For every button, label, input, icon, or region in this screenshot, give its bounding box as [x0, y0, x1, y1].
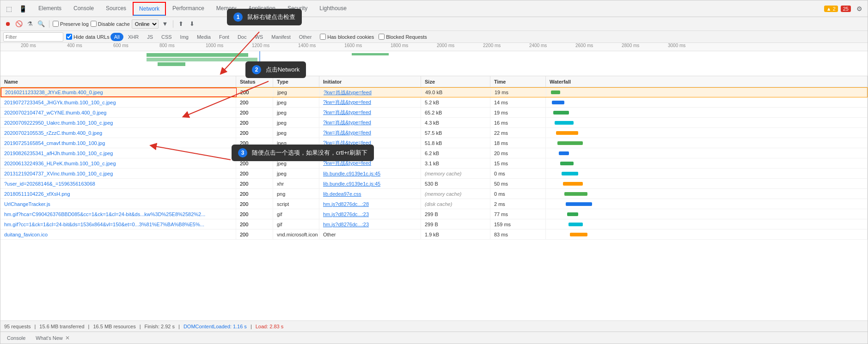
- table-row[interactable]: 20160211233238_JtYxE.thumb.400_0.jpeg 20…: [0, 87, 868, 97]
- table-row[interactable]: 20190727233454_JHGYk.thumb.100_100_c.jpe…: [0, 97, 868, 108]
- close-whats-new-btn[interactable]: ✕: [65, 335, 70, 341]
- filter-all[interactable]: All: [110, 33, 123, 41]
- preserve-log-checkbox[interactable]: [53, 21, 59, 27]
- cell-status: 200: [236, 229, 273, 239]
- table-row[interactable]: 20200702104747_wCYNE.thumb.400_0.jpeg 20…: [0, 108, 868, 118]
- table-row[interactable]: UrlChangeTracker.js 200 script hm.js?d82…: [0, 199, 868, 209]
- waterfall-bar: [568, 223, 583, 226]
- tab-sources[interactable]: Sources: [100, 2, 132, 15]
- import-har-btn[interactable]: ⬆: [177, 19, 186, 29]
- th-initiator[interactable]: Initiator: [319, 76, 421, 87]
- initiator-link[interactable]: ?kw=肖战&type=feed: [323, 119, 371, 126]
- th-name[interactable]: Name: [0, 76, 236, 87]
- initiator-link[interactable]: lib.bundle.c9139e1c.js:45: [323, 181, 380, 187]
- filter-js[interactable]: JS: [143, 33, 157, 41]
- tab-network[interactable]: Network: [133, 2, 166, 16]
- initiator-link[interactable]: ?kw=肖战&type=feed: [323, 99, 371, 106]
- filter-img[interactable]: Img: [177, 33, 192, 41]
- bottom-tab-whats-new[interactable]: What's New ✕: [31, 333, 74, 343]
- resources-size: 16.5 MB resources: [93, 324, 135, 329]
- disable-cache-label[interactable]: Disable cache: [91, 21, 130, 27]
- table-row[interactable]: 20131219204737_XVinc.thumb.100_100_c.jpe…: [0, 169, 868, 179]
- table-row[interactable]: ?user_id=20268146&_=1596356163068 200 xh…: [0, 179, 868, 189]
- table-row[interactable]: hm.gif?cc=1&ck=1&cl=24-bit&ds=1536x864&v…: [0, 219, 868, 229]
- table-row[interactable]: 20190725165854_cmavf.thumb.100_100.jpg 2…: [0, 138, 868, 148]
- tab-lighthouse[interactable]: Lighthouse: [314, 2, 352, 15]
- initiator-link[interactable]: ?kw=肖战&type=feed: [323, 109, 371, 116]
- bottom-tab-console[interactable]: Console: [2, 334, 30, 342]
- tick-1600ms: 1600 ms: [344, 43, 362, 48]
- filter-other[interactable]: Other: [295, 33, 316, 41]
- waterfall-bar: [570, 233, 587, 236]
- filter-font[interactable]: Font: [215, 33, 233, 41]
- table-row[interactable]: 20200702105535_rZzzC.thumb.400_0.jpeg 20…: [0, 128, 868, 138]
- search-btn[interactable]: 🔍: [37, 19, 46, 29]
- cell-initiator: lib.bundle.c9139e1c.js:45: [319, 169, 421, 178]
- record-btn[interactable]: ⏺: [3, 19, 12, 29]
- filter-bar: Hide data URLs All XHR JS CSS Img Media …: [0, 31, 868, 43]
- waterfall-bar: [553, 111, 569, 115]
- table-row[interactable]: hm.gif?hca=C990426376BBD085&cc=1&ck=1&cl…: [0, 209, 868, 219]
- initiator-link[interactable]: ?kw=肖战&type=feed: [324, 89, 372, 96]
- tab-console[interactable]: Console: [68, 2, 99, 15]
- filter-manifest[interactable]: Manifest: [268, 33, 294, 41]
- throttling-select[interactable]: Online: [132, 19, 159, 29]
- cell-size: 5.2 kB: [421, 97, 490, 107]
- cell-type: gif: [273, 219, 319, 229]
- blocked-requests-checkbox[interactable]: [379, 34, 385, 40]
- filter-css[interactable]: CSS: [158, 33, 176, 41]
- filter-doc[interactable]: Doc: [234, 33, 251, 41]
- preserve-log-label[interactable]: Preserve log: [53, 21, 89, 27]
- transferred-size: 15.6 MB transferred: [39, 324, 84, 329]
- table-row[interactable]: 20200613224936_HLPeK.thumb.100_100_c.jpe…: [0, 158, 868, 169]
- tab-elements[interactable]: Elements: [33, 2, 67, 15]
- initiator-link[interactable]: ?kw=肖战&type=feed: [323, 129, 371, 136]
- initiator-link[interactable]: hm.js?d8276dc...:28: [323, 201, 369, 207]
- initiator-link[interactable]: lib.dedea97e.css: [323, 191, 361, 197]
- initiator-link[interactable]: hm.js?d8276dc...:23: [323, 222, 369, 227]
- has-blocked-cookies-checkbox[interactable]: [320, 34, 326, 40]
- th-time[interactable]: Time: [490, 76, 546, 87]
- cell-size: (memory cache): [421, 169, 490, 178]
- filter-input[interactable]: [3, 32, 63, 42]
- cell-time: 0 ms: [490, 169, 546, 178]
- initiator-link[interactable]: lib.bundle.c9139e1c.js:45: [323, 171, 380, 176]
- has-blocked-cookies-label[interactable]: Has blocked cookies: [320, 34, 374, 40]
- dropdown-btn[interactable]: ▼: [160, 19, 170, 29]
- th-size[interactable]: Size: [421, 76, 490, 87]
- th-waterfall[interactable]: Waterfall: [546, 76, 868, 87]
- filter-media[interactable]: Media: [193, 33, 214, 41]
- tab-performance[interactable]: Performance: [167, 2, 210, 15]
- filter-btn[interactable]: ⚗: [25, 19, 35, 29]
- table-row[interactable]: 20190826235341_afHJh.thumb.100_100_c.jpe…: [0, 148, 868, 158]
- settings-btn[interactable]: ⚙: [854, 3, 865, 14]
- hide-data-urls-label[interactable]: Hide data URLs: [66, 34, 110, 40]
- cell-waterfall: [546, 199, 868, 209]
- filter-xhr[interactable]: XHR: [124, 33, 142, 41]
- cell-size: (disk cache): [421, 199, 490, 209]
- inspect-element-btn[interactable]: ⬚: [3, 3, 14, 14]
- cell-status: 200: [237, 88, 274, 97]
- initiator-link[interactable]: hm.js?d8276dc...:23: [323, 211, 369, 217]
- export-har-btn[interactable]: ⬇: [188, 19, 197, 29]
- hide-data-urls-checkbox[interactable]: [66, 34, 72, 40]
- table-row[interactable]: 20200709222950_Uakrc.thumb.100_100_c.jpe…: [0, 118, 868, 128]
- table-row[interactable]: 20180511104226_xfXsH.png 200 png lib.ded…: [0, 189, 868, 199]
- cell-initiator: ?kw=肖战&type=feed: [319, 97, 421, 107]
- cell-size: 530 B: [421, 179, 490, 188]
- clear-btn[interactable]: 🚫: [14, 19, 24, 29]
- cell-name: hm.gif?cc=1&ck=1&cl=24-bit&ds=1536x864&v…: [0, 219, 236, 229]
- cell-size: 299 B: [421, 209, 490, 219]
- cell-initiator: ?kw=肖战&type=feed: [320, 88, 422, 97]
- disable-cache-checkbox[interactable]: [91, 21, 97, 27]
- device-toggle-btn[interactable]: 📱: [17, 3, 28, 14]
- blocked-requests-label[interactable]: Blocked Requests: [379, 34, 427, 40]
- waterfall-bar: [559, 151, 569, 155]
- filter-ws[interactable]: WS: [251, 33, 267, 41]
- cell-name: 20200702104747_wCYNE.thumb.400_0.jpeg: [0, 108, 236, 117]
- network-table: Name Status Type Initiator Size Time Wat…: [0, 76, 868, 320]
- waterfall-bar: [562, 172, 578, 175]
- cell-initiator: hm.js?d8276dc...:23: [319, 219, 421, 229]
- cell-time: 2 ms: [490, 199, 546, 209]
- table-row[interactable]: duitang_favicon.ico 200 vnd.microsoft.ic…: [0, 229, 868, 240]
